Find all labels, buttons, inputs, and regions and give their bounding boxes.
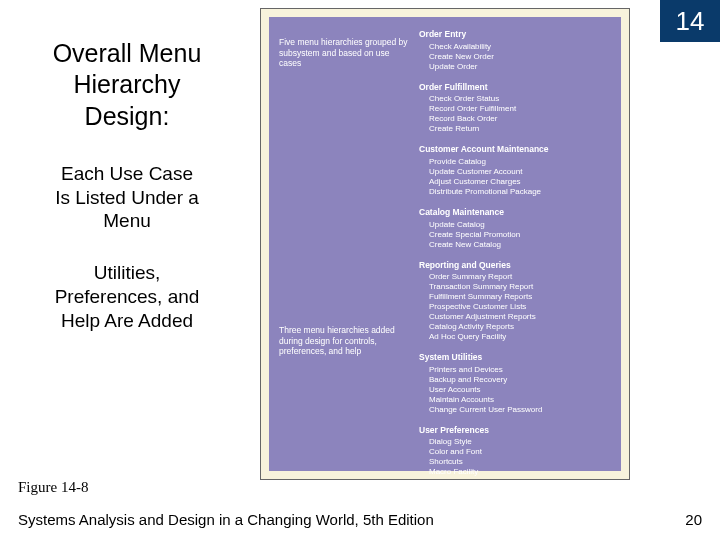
menu-item: Ad Hoc Query Facility xyxy=(429,332,609,342)
menu-group: Catalog MaintenanceUpdate CatalogCreate … xyxy=(419,207,609,250)
page-number: 20 xyxy=(685,511,702,528)
figure-side-note-2: Three menu hierarchies added during desi… xyxy=(279,325,409,357)
subtitle-line: Utilities, xyxy=(94,262,161,283)
menu-item: Catalog Activity Reports xyxy=(429,322,609,332)
slide-title: Overall Menu Hierarchy Design: xyxy=(18,38,236,132)
menu-heading: Reporting and Queries xyxy=(419,260,609,271)
menu-item: Maintain Accounts xyxy=(429,395,609,405)
menu-heading: Customer Account Maintenance xyxy=(419,144,609,155)
menu-group: Customer Account MaintenanceProvide Cata… xyxy=(419,144,609,197)
menu-heading: System Utilities xyxy=(419,352,609,363)
menu-heading: Catalog Maintenance xyxy=(419,207,609,218)
menu-item: Record Order Fulfillment xyxy=(429,104,609,114)
left-text-column: Overall Menu Hierarchy Design: Each Use … xyxy=(18,38,236,360)
menu-item: Dialog Style xyxy=(429,437,609,447)
menu-items: Order Summary ReportTransaction Summary … xyxy=(419,272,609,342)
subtitle-line: Each Use Case xyxy=(61,163,193,184)
menu-heading: Order Entry xyxy=(419,29,609,40)
menu-item: Backup and Recovery xyxy=(429,375,609,385)
menu-item: Create Return xyxy=(429,124,609,134)
subtitle-2: Utilities, Preferences, and Help Are Add… xyxy=(18,261,236,332)
menu-items: Update CatalogCreate Special PromotionCr… xyxy=(419,220,609,250)
subtitle-line: Menu xyxy=(103,210,151,231)
menu-item: Create Special Promotion xyxy=(429,230,609,240)
menu-item: Printers and Devices xyxy=(429,365,609,375)
menu-item: Color and Font xyxy=(429,447,609,457)
menu-item: Order Summary Report xyxy=(429,272,609,282)
menu-item: Macro Facility xyxy=(429,467,609,477)
chapter-number-badge: 14 xyxy=(660,0,720,42)
slide: 14 Overall Menu Hierarchy Design: Each U… xyxy=(0,0,720,540)
menu-item: User Accounts xyxy=(429,385,609,395)
menu-item: Contents and Index xyxy=(429,500,609,510)
menu-item: Adjust Customer Charges xyxy=(429,177,609,187)
title-line: Hierarchy xyxy=(74,70,181,98)
menu-item: Change Current User Password xyxy=(429,405,609,415)
menu-items: Check Order StatusRecord Order Fulfillme… xyxy=(419,94,609,134)
menu-item: Update Customer Account xyxy=(429,167,609,177)
menu-item: Shortcuts xyxy=(429,457,609,467)
menu-item: Provide Catalog xyxy=(429,157,609,167)
menu-group: Order EntryCheck AvailabilityCreate New … xyxy=(419,29,609,72)
subtitle-line: Is Listed Under a xyxy=(55,187,199,208)
menu-hierarchy-list: Order EntryCheck AvailabilityCreate New … xyxy=(419,29,609,540)
menu-items: Dialog StyleColor and FontShortcutsMacro… xyxy=(419,437,609,477)
menu-heading: Help xyxy=(419,487,609,498)
subtitle-line: Preferences, and xyxy=(55,286,200,307)
menu-group: Reporting and QueriesOrder Summary Repor… xyxy=(419,260,609,343)
slide-footer: Systems Analysis and Design in a Changin… xyxy=(18,511,702,528)
subtitle-line: Help Are Added xyxy=(61,310,193,331)
menu-item: Update Order xyxy=(429,62,609,72)
menu-group: Order FulfillmentCheck Order StatusRecor… xyxy=(419,82,609,135)
menu-item: Update Catalog xyxy=(429,220,609,230)
figure-label: Figure 14-8 xyxy=(18,479,88,496)
figure-content: Five menu hierarchies grouped by subsyst… xyxy=(269,17,621,471)
menu-group: System UtilitiesPrinters and DevicesBack… xyxy=(419,352,609,415)
menu-item: Transaction Summary Report xyxy=(429,282,609,292)
menu-items: Check AvailabilityCreate New OrderUpdate… xyxy=(419,42,609,72)
menu-item: About the RMO System xyxy=(429,530,609,540)
title-line: Overall Menu xyxy=(53,39,202,67)
menu-item: Fulfillment Summary Reports xyxy=(429,292,609,302)
menu-item: Customer Adjustment Reports xyxy=(429,312,609,322)
title-line: Design: xyxy=(85,102,170,130)
menu-item: Check Availability xyxy=(429,42,609,52)
menu-items: Printers and DevicesBackup and RecoveryU… xyxy=(419,365,609,415)
menu-heading: User Preferences xyxy=(419,425,609,436)
menu-item: Check Order Status xyxy=(429,94,609,104)
menu-item: Distribute Promotional Package xyxy=(429,187,609,197)
menu-item: Create New Catalog xyxy=(429,240,609,250)
menu-item: Create New Order xyxy=(429,52,609,62)
figure-frame: Five menu hierarchies grouped by subsyst… xyxy=(260,8,630,480)
menu-item: Record Back Order xyxy=(429,114,609,124)
menu-heading: Order Fulfillment xyxy=(419,82,609,93)
menu-item: Prospective Customer Lists xyxy=(429,302,609,312)
menu-items: Provide CatalogUpdate Customer AccountAd… xyxy=(419,157,609,197)
footer-text: Systems Analysis and Design in a Changin… xyxy=(18,511,434,528)
subtitle-1: Each Use Case Is Listed Under a Menu xyxy=(18,162,236,233)
figure-side-note-1: Five menu hierarchies grouped by subsyst… xyxy=(279,37,409,69)
menu-group: User PreferencesDialog StyleColor and Fo… xyxy=(419,425,609,478)
